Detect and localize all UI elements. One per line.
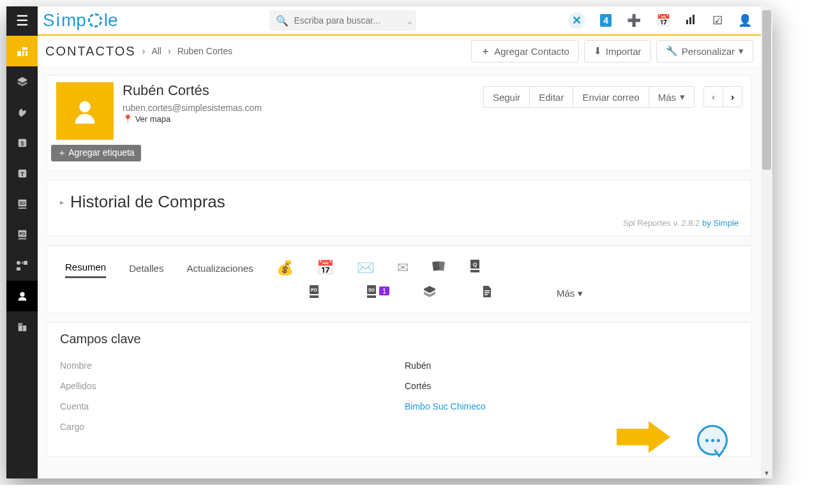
global-search[interactable]: 🔍 ⌄ [269,10,416,31]
tab-quote-icon[interactable]: Q [469,259,481,277]
chart-icon[interactable] [686,13,697,28]
breadcrumb: CONTACTOS › All › Ruben Cortes [45,44,232,59]
scroll-down-icon[interactable]: ▼ [761,467,772,478]
customize-button[interactable]: 🔧Personalizar ▾ [656,40,753,63]
field-value[interactable]: Bimbo Suc Chimeco [405,401,486,411]
user-menu-icon[interactable]: 👤 [738,13,752,27]
tab-updates[interactable]: Actualizaciones [186,259,253,278]
key-fields-title: Campos clave [60,332,739,346]
svg-point-17 [20,292,24,297]
tab-po-icon[interactable]: PO [308,285,320,302]
menu-toggle-icon[interactable]: ☰ [6,6,38,36]
tab-money-icon[interactable]: 💰 [276,260,294,276]
sidebar-item-transfer[interactable] [6,250,38,281]
svg-rect-15 [24,261,27,265]
search-input[interactable] [294,15,405,26]
tab-details[interactable]: Detalles [129,259,163,278]
svg-rect-39 [485,294,488,295]
view-map-link[interactable]: 📍 Ver mapa [123,114,262,124]
calendar-icon[interactable]: 📅 [656,13,670,27]
svg-text:Q: Q [473,262,477,267]
breadcrumb-module[interactable]: CONTACTOS [45,44,136,59]
svg-rect-29 [470,270,479,272]
sidebar-item-contacts[interactable] [6,281,38,311]
svg-rect-20 [19,324,20,325]
svg-rect-23 [689,17,691,24]
contact-email[interactable]: ruben.cortes@simplesistemas.com [123,103,262,113]
breadcrumb-all[interactable]: All [151,46,162,56]
add-tag-button[interactable]: ＋ Agregar etiqueta [51,145,141,161]
svg-text:PO: PO [311,288,318,292]
tab-so-icon[interactable]: SO1 [365,285,378,302]
add-contact-button[interactable]: ＋Agregar Contacto [471,40,579,63]
next-record-button[interactable]: › [723,86,742,107]
field-row: ApellidosCortés [60,376,739,396]
svg-rect-27 [437,261,445,271]
svg-rect-1 [22,47,27,50]
top-header: Simple 🔍 ⌄ ✕ 4 ➕ 📅 ☑ 👤 [38,6,761,36]
sidebar-item-so[interactable]: SO [6,189,38,219]
contact-name: Rubén Cortés [123,82,262,99]
sidebar-item-text[interactable]: T [6,158,38,189]
field-label: Nombre [60,360,405,371]
svg-rect-38 [485,292,490,293]
tab-box-icon[interactable] [423,285,437,302]
svg-rect-32 [310,295,319,298]
version-label: Spl Reportes v. 2.8.2 [623,218,702,228]
by-simple-link[interactable]: by Simple [702,218,739,228]
field-row: NombreRubén [60,355,739,376]
breadcrumb-bar: CONTACTOS › All › Ruben Cortes ＋Agregar … [38,38,761,64]
more-actions-button[interactable]: Más ▾ [649,86,695,108]
breadcrumb-current: Ruben Cortes [177,46,232,56]
brand-logo[interactable]: Simple [38,10,118,31]
svg-rect-0 [17,51,21,56]
sidebar-item-invoice[interactable]: $ [6,128,38,158]
send-mail-button[interactable]: Enviar correo [573,86,648,108]
header-icons: ✕ 4 ➕ 📅 ☑ 👤 [568,12,752,29]
svg-text:$: $ [20,140,24,147]
sidebar-item-building[interactable] [6,311,38,342]
logo-spinner-icon [88,13,102,27]
tab-summary[interactable]: Resumen [65,258,106,278]
scroll-thumb[interactable] [762,10,771,170]
tab-document-icon[interactable] [481,285,493,302]
svg-rect-37 [485,290,490,292]
contact-avatar[interactable] [56,82,114,140]
field-label: Cargo [60,422,405,432]
page-scrollbar[interactable]: ▲ ▼ [761,6,772,478]
sidebar-item-package[interactable] [6,66,38,97]
svg-rect-2 [22,51,24,56]
sidebar-item-dashboard[interactable] [6,36,38,66]
sidebar-item-po[interactable]: PO [6,219,38,250]
tab-cards-icon[interactable] [432,259,446,277]
edit-button[interactable]: Editar [529,86,573,108]
chat-widget-button[interactable] [697,425,728,456]
annotation-arrow [617,421,670,453]
search-dropdown-icon[interactable]: ⌄ [405,15,414,27]
left-sidebar: ☰ $ T SO PO [6,6,38,478]
svg-text:SO: SO [368,288,375,292]
wrench-icon: 🔧 [666,45,678,57]
caret-down-icon: ▾ [578,288,583,299]
collapse-toggle-icon[interactable]: ▸ [60,198,64,207]
svg-point-25 [79,101,91,113]
add-icon[interactable]: ➕ [627,13,641,27]
sidebar-item-service[interactable] [6,97,38,128]
tab-mail-outline-icon[interactable]: ✉ [397,260,409,276]
app-x-icon[interactable]: ✕ [568,12,585,29]
prev-record-button[interactable]: ‹ [703,86,723,107]
follow-button[interactable]: Seguir [483,86,529,108]
svg-rect-22 [686,20,688,24]
search-icon: 🔍 [276,15,289,27]
import-button[interactable]: ⬇Importar [584,40,651,63]
tab-calendar-icon[interactable]: 📅 [317,260,334,276]
pin-icon: 📍 [123,114,133,124]
svg-rect-9 [18,207,26,209]
svg-rect-16 [17,267,20,271]
tab-more-button[interactable]: Más ▾ [557,288,583,299]
chevron-right-icon: › [168,46,171,56]
tasks-icon[interactable]: ☑ [712,13,723,27]
notification-badge[interactable]: 4 [600,14,612,27]
svg-rect-12 [18,238,26,239]
tab-mail-filled-icon[interactable]: ✉️ [357,260,374,276]
